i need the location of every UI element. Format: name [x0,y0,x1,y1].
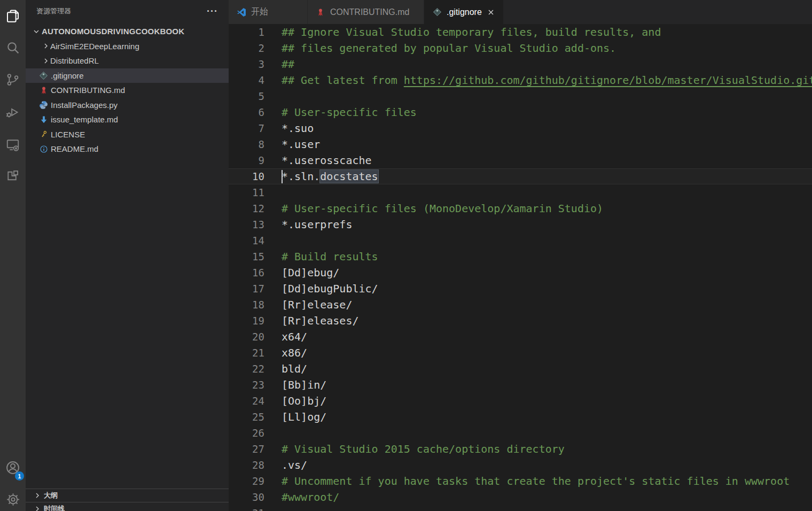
sidebar-item-issue-template-md[interactable]: issue_template.md [26,112,229,127]
activity-bar: 1 [0,0,26,511]
code-line[interactable]: 16[Dd]ebug/ [229,265,812,281]
text-cursor [282,170,283,183]
code-editor[interactable]: 1## Ignore Visual Studio temporary files… [229,24,812,511]
more-actions-button[interactable]: ··· [205,7,220,15]
sidebar-item-label: DistributedRL [50,56,99,65]
line-number: 8 [229,138,264,150]
sidebar-panel-timeline[interactable]: 时间线 [26,502,229,511]
code-line[interactable]: 6# User-specific files [229,104,812,120]
tab-gitignore[interactable]: .gitignore [424,0,504,24]
sidebar-panel-outline[interactable]: 大纲 [26,489,229,502]
code-token: *.suo [282,122,314,135]
code-token: *.sln. [282,170,320,183]
activity-item-search[interactable] [2,38,24,59]
code-text: *.suo [282,120,314,136]
sidebar-item-distributedrl[interactable]: DistributedRL [26,53,229,68]
code-line[interactable]: 21x86/ [229,345,812,361]
arrow-down-icon [39,115,48,124]
code-line[interactable]: 9*.userosscache [229,152,812,168]
tab-开始[interactable]: 开始 [229,0,308,24]
code-token: ## files generated by popular Visual Stu… [282,42,616,55]
git-icon [432,7,442,18]
file-tree: AUTONOMOUSDRIVINGCOOKBOOKAirSimE2EDeepLe… [26,24,229,157]
chevron-right-icon [33,505,42,511]
code-line[interactable]: 31 [229,505,812,511]
activity-item-extensions[interactable] [2,167,24,189]
code-token: [Ll]og/ [282,411,326,423]
line-number: 12 [229,203,264,214]
code-token: # User-specific files [282,106,417,119]
close-icon[interactable] [485,6,497,18]
sidebar-item-autonomousdrivingcookbook[interactable]: AUTONOMOUSDRIVINGCOOKBOOK [26,24,229,39]
code-text: [Ll]og/ [282,409,326,425]
code-line[interactable]: 19[Rr]eleases/ [229,313,812,329]
ribbon-icon [39,86,48,95]
line-number: 21 [229,347,264,359]
key-icon [39,130,48,139]
activity-item-explorer[interactable] [2,6,24,28]
tab-bar: 开始CONTRIBUTING.md.gitignore [229,0,812,24]
activity-item-run-debug[interactable] [2,103,24,124]
code-line[interactable]: 3## [229,56,812,72]
code-line[interactable]: 2## files generated by popular Visual St… [229,40,812,56]
code-line[interactable]: 20x64/ [229,329,812,345]
gitignore-url-link[interactable]: https://github.com/github/gitignore/blob… [404,74,812,87]
activity-item-settings[interactable] [2,490,24,511]
code-text: bld/ [282,361,307,377]
code-line[interactable]: 24[Oo]bj/ [229,393,812,409]
code-text: # Visual Studio 2015 cache/options direc… [282,441,565,457]
code-line[interactable]: 30#wwwroot/ [229,489,812,505]
code-line[interactable]: 18[Rr]elease/ [229,297,812,313]
code-line[interactable]: 26 [229,425,812,441]
code-line[interactable]: 22bld/ [229,361,812,377]
sidebar-item-gitignore[interactable]: .gitignore [26,68,229,83]
code-text: [Dd]ebugPublic/ [282,281,378,297]
sidebar-item-installpackages-py[interactable]: InstallPackages.py [26,98,229,113]
sidebar-item-label: CONTRIBUTING.md [51,86,125,95]
code-line[interactable]: 27# Visual Studio 2015 cache/options dir… [229,441,812,457]
code-line[interactable]: 10*.sln.docstates [229,168,812,184]
line-number: 20 [229,331,264,343]
code-line[interactable]: 5 [229,88,812,104]
code-line[interactable]: 23[Bb]in/ [229,377,812,393]
code-text: [Dd]ebug/ [282,265,339,281]
tab-contributing-md[interactable]: CONTRIBUTING.md [308,0,424,24]
code-token: *.user [282,138,320,151]
code-line[interactable]: 25[Ll]og/ [229,409,812,425]
code-text: # Build results [282,249,378,265]
line-number: 13 [229,219,264,230]
sidebar-item-airsime2edeeplearning[interactable]: AirSimE2EDeepLearning [26,39,229,54]
code-line[interactable]: 15# Build results [229,249,812,265]
code-line[interactable]: 13*.userprefs [229,216,812,233]
activity-item-account[interactable]: 1 [2,458,24,479]
sidebar-item-license[interactable]: LICENSE [26,127,229,142]
code-line[interactable]: 29# Uncomment if you have tasks that cre… [229,473,812,489]
code-token: # User-specific files (MonoDevelop/Xamar… [282,202,603,215]
explorer-icon [5,8,21,26]
code-token: x64/ [282,330,307,343]
tab-label: .gitignore [447,7,482,17]
code-line[interactable]: 11 [229,184,812,200]
line-number: 17 [229,283,264,295]
code-token: .vs/ [282,459,307,471]
line-number: 28 [229,459,264,471]
code-line[interactable]: 17[Dd]ebugPublic/ [229,281,812,297]
code-token: [Dd]ebug/ [282,266,339,279]
code-line[interactable]: 28.vs/ [229,457,812,473]
activity-item-source-control[interactable] [2,70,24,91]
code-line[interactable]: 8*.user [229,136,812,152]
code-line[interactable]: 14 [229,233,812,249]
line-number: 7 [229,122,264,134]
code-line[interactable]: 4## Get latest from https://github.com/g… [229,72,812,88]
sidebar-item-contributing-md[interactable]: CONTRIBUTING.md [26,83,229,98]
code-token: [Dd]ebugPublic/ [282,282,378,295]
line-number: 16 [229,267,264,278]
code-line[interactable]: 1## Ignore Visual Studio temporary files… [229,24,812,40]
sidebar-item-readme-md[interactable]: README.md [26,142,229,157]
code-text: [Oo]bj/ [282,393,326,409]
code-line[interactable]: 12# User-specific files (MonoDevelop/Xam… [229,200,812,216]
code-line[interactable]: 7*.suo [229,120,812,136]
line-number: 11 [229,187,264,198]
activity-item-remote-explorer[interactable] [2,135,24,157]
sidebar-bottom-panels: 大纲时间线 [26,489,229,511]
